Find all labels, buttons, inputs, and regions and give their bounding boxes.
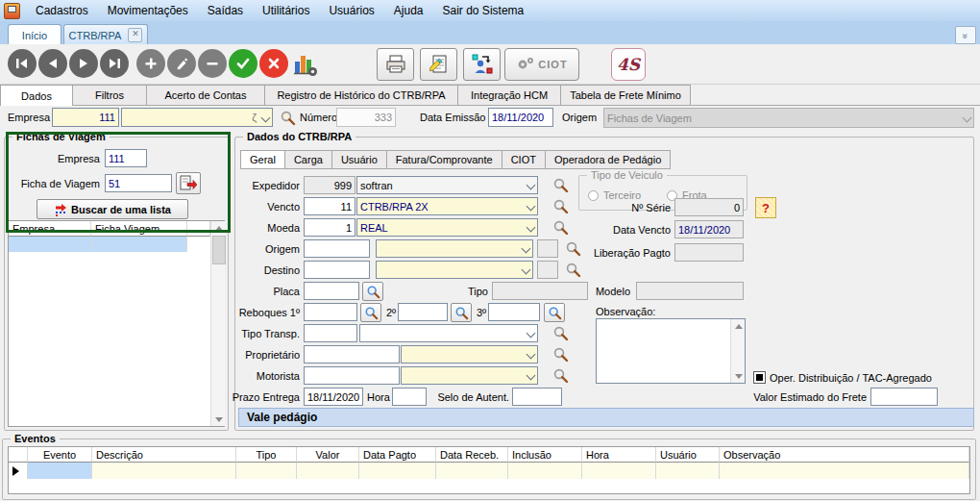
tab-filtros[interactable]: Filtros	[73, 85, 147, 105]
destino-search-icon[interactable]	[565, 262, 581, 278]
origem-code-input[interactable]	[304, 239, 370, 258]
reboque1-search-button[interactable]	[360, 303, 381, 322]
vencto-combo[interactable]: CTRB/RPA 2X	[356, 197, 538, 215]
valor-frete-input[interactable]	[870, 388, 938, 406]
print-button[interactable]	[377, 48, 414, 81]
tipo-transp-search-icon[interactable]	[552, 325, 569, 341]
tab-carga[interactable]: Carga	[285, 150, 332, 168]
observacao-textarea[interactable]	[596, 318, 746, 384]
prazo-entrega-input[interactable]: 18/11/2020	[304, 388, 363, 406]
eventos-cell[interactable]	[582, 463, 656, 479]
tab-registro-historico[interactable]: Registro de Histórico do CTRB/RPA	[265, 85, 458, 105]
eventos-col[interactable]: Tipo	[236, 447, 297, 463]
eventos-col[interactable]: Usuário	[656, 447, 720, 463]
close-tab-icon[interactable]: ✕	[128, 28, 142, 42]
menu-ajuda[interactable]: Ajuda	[384, 4, 433, 17]
motorista-combo[interactable]	[401, 366, 538, 385]
eventos-col[interactable]: Evento	[28, 447, 92, 463]
load-ficha-button[interactable]	[176, 172, 201, 194]
eventos-cell[interactable]	[236, 463, 297, 479]
tab-geral[interactable]: Geral	[240, 150, 285, 168]
expedidor-code-input[interactable]: 999	[304, 176, 355, 194]
eventos-cell[interactable]	[359, 463, 436, 479]
prev-record-button[interactable]	[38, 49, 67, 78]
help-button[interactable]: ?	[755, 197, 776, 218]
scrollbar-thumb[interactable]	[212, 236, 226, 264]
placa-search-button[interactable]	[362, 282, 383, 301]
ficha-viagem-input[interactable]: 51	[105, 174, 172, 192]
delete-record-button[interactable]	[198, 49, 227, 78]
next-record-button[interactable]	[69, 49, 98, 78]
eventos-cell[interactable]	[92, 463, 236, 479]
vencto-code-input[interactable]: 11	[304, 197, 355, 215]
tab-integracao-hcm[interactable]: Integração HCM	[458, 85, 561, 105]
menu-usuarios[interactable]: Usuários	[319, 4, 383, 17]
menu-cadastros[interactable]: Cadastros	[26, 4, 98, 17]
tab-acerto-contas[interactable]: Acerto de Contas	[147, 85, 265, 105]
tab-fatura[interactable]: Fatura/Comprovante	[387, 150, 502, 168]
fichas-col-ficha[interactable]: Ficha Viagem	[91, 221, 187, 237]
first-record-button[interactable]	[8, 49, 37, 78]
fichas-empresa-input[interactable]: 111	[105, 149, 147, 167]
radio-terceiro[interactable]	[588, 190, 599, 201]
chart-settings-button[interactable]	[293, 50, 318, 79]
eventos-col[interactable]: Data Receb.	[436, 447, 508, 463]
data-emissao-input[interactable]: 18/11/2020	[488, 108, 553, 127]
edit-record-button[interactable]	[167, 49, 196, 78]
eventos-cell[interactable]	[297, 463, 359, 479]
vale-pedagio-bar[interactable]: Vale pedágio	[238, 408, 974, 427]
buscar-lista-button[interactable]: Buscar de uma lista	[37, 199, 188, 219]
tipo-transp-code-input[interactable]	[304, 324, 357, 342]
selo-input[interactable]	[512, 388, 562, 406]
eventos-col[interactable]: Hora	[582, 447, 656, 463]
origem-search-icon[interactable]	[565, 240, 581, 257]
fichas-col-empresa[interactable]: Empresa	[9, 221, 91, 237]
tab-list-button[interactable]: »	[955, 26, 976, 44]
reboque2-input[interactable]	[398, 303, 448, 321]
reboque2-search-button[interactable]	[451, 303, 472, 322]
destino-code-input[interactable]	[304, 261, 370, 279]
tipo-input[interactable]	[492, 282, 588, 300]
cancel-button[interactable]	[259, 49, 288, 78]
reboque3-search-button[interactable]	[544, 303, 565, 322]
eventos-cell[interactable]	[508, 463, 582, 479]
destino-combo[interactable]	[376, 261, 533, 279]
scroll-up-icon[interactable]	[211, 221, 226, 235]
transfer-user-button[interactable]	[463, 48, 501, 81]
eventos-cell[interactable]	[28, 463, 92, 479]
scroll-up-icon[interactable]	[731, 319, 746, 333]
softran-logo-button[interactable]: 4S	[611, 48, 646, 81]
vencto-search-icon[interactable]	[552, 198, 569, 214]
numero-input[interactable]: 333	[336, 108, 396, 127]
placa-input[interactable]	[304, 282, 359, 300]
liberacao-input[interactable]	[674, 243, 744, 262]
empresa-combo[interactable]: ζ	[121, 108, 273, 127]
motorista-search-icon[interactable]	[552, 367, 569, 384]
origem-select[interactable]: Fichas de Viagem	[603, 108, 974, 128]
add-record-button[interactable]	[136, 49, 165, 78]
scroll-down-icon[interactable]	[211, 413, 226, 426]
eventos-col[interactable]: Data Pagto	[359, 447, 436, 463]
oper-distribuicao-checkbox[interactable]	[753, 371, 766, 384]
proprietario-combo[interactable]	[401, 345, 538, 363]
eventos-col[interactable]: Inclusão	[508, 447, 582, 463]
eventos-col[interactable]: Descrição	[92, 447, 236, 463]
eventos-cell[interactable]	[720, 463, 969, 479]
moeda-search-icon[interactable]	[552, 219, 569, 236]
edit-document-button[interactable]	[420, 48, 457, 81]
fichas-row-cell[interactable]	[9, 237, 91, 252]
tipo-transp-combo[interactable]	[359, 324, 538, 342]
eventos-cell[interactable]	[436, 463, 508, 479]
last-record-button[interactable]	[100, 49, 129, 78]
proprietario-code-input[interactable]	[304, 345, 400, 363]
moeda-code-input[interactable]: 1	[304, 218, 355, 237]
fichas-row-cell[interactable]	[91, 237, 187, 252]
data-vencto-input[interactable]: 18/11/2020	[674, 220, 744, 238]
expedidor-combo[interactable]: softran	[356, 176, 538, 194]
tab-ctrb-rpa[interactable]: CTRB/RPA ✕	[63, 24, 148, 45]
hora-input[interactable]	[392, 388, 427, 406]
tab-inicio[interactable]: Início	[8, 24, 61, 45]
menu-saidas[interactable]: Saídas	[198, 4, 253, 17]
proprietario-search-icon[interactable]	[552, 346, 569, 363]
expedidor-search-icon[interactable]	[552, 177, 569, 193]
